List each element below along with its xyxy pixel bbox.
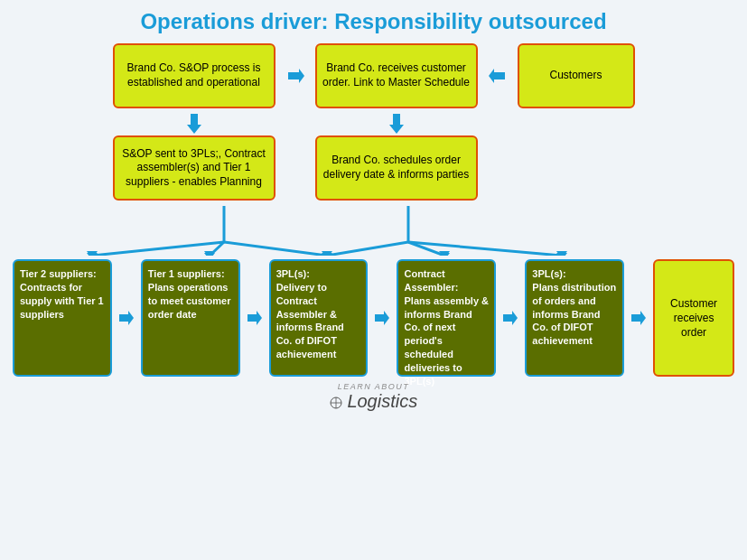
customer-receives-box: Customer receives order <box>653 259 734 377</box>
logo-logistics: Logistics <box>330 391 417 411</box>
page-title: Operations driver: Responsibility outsou… <box>13 9 734 34</box>
logo-icon <box>330 397 342 409</box>
logo-learn: LEARN ABOUT <box>13 382 734 391</box>
svg-marker-23 <box>247 311 262 325</box>
v-arrows-1 <box>13 114 734 134</box>
top-row: Brand Co. S&OP process is established an… <box>13 43 734 108</box>
svg-line-16 <box>327 242 408 256</box>
customers-text: Customers <box>549 69 602 83</box>
svg-marker-1 <box>489 69 505 83</box>
svg-line-14 <box>408 242 562 256</box>
v-arrow-receives <box>315 114 478 134</box>
tier2-box: Tier 2 suppliers:Contracts for supply wi… <box>13 259 112 377</box>
customer-receives-text: Customer receives order <box>660 296 727 341</box>
svg-line-5 <box>92 242 224 256</box>
fan-arrows <box>13 206 734 256</box>
tier2-label: Tier 2 suppliers: <box>20 268 97 279</box>
brand-schedules-text: Brand Co. schedules order delivery date … <box>322 154 471 182</box>
brand-schedules-box: Brand Co. schedules order delivery date … <box>315 135 478 201</box>
tier2-text: Tier 2 suppliers:Contracts for supply wi… <box>20 267 105 321</box>
3pl-distribution-box: 3PL(s):Plans distribution of orders and … <box>525 259 624 377</box>
bottom-row: Tier 2 suppliers:Contracts for supply wi… <box>13 259 734 377</box>
svg-marker-24 <box>375 311 389 325</box>
sop-3pl-box: S&OP sent to 3PLs;, Contract assembler(s… <box>113 135 275 201</box>
svg-line-9 <box>224 242 327 256</box>
3pl-delivery-text: 3PL(s):Delivery to Contract Assembler & … <box>276 267 361 361</box>
contract-assembler-text: Contract Assembler:Plans assembly & info… <box>404 267 489 388</box>
top-h-arrow-2 <box>487 43 509 108</box>
h-arrow-3 <box>373 259 391 377</box>
svg-marker-22 <box>119 311 134 325</box>
3pl-distribution-label: 3PL(s): <box>532 268 565 279</box>
svg-marker-25 <box>503 311 518 325</box>
brand-sop-box: Brand Co. S&OP process is established an… <box>113 43 275 108</box>
sop-3pl-text: S&OP sent to 3PLs;, Contract assembler(s… <box>120 147 268 190</box>
logo-area: LEARN ABOUT Logistics <box>13 382 734 412</box>
brand-sop-text: Brand Co. S&OP process is established an… <box>120 61 268 89</box>
contract-assembler-box: Contract Assembler:Plans assembly & info… <box>397 259 496 377</box>
contract-assembler-label: Contract Assembler: <box>404 268 458 293</box>
svg-marker-3 <box>389 114 404 134</box>
brand-receives-text: Brand Co. receives customer order. Link … <box>322 61 471 89</box>
3pl-distribution-text: 3PL(s):Plans distribution of orders and … <box>532 267 617 348</box>
tier1-text: Tier 1 suppliers:Plans operations to mee… <box>148 267 233 321</box>
tier1-label: Tier 1 suppliers: <box>148 268 225 279</box>
fan-arrows-svg <box>13 206 747 256</box>
h-arrow-1 <box>117 259 135 377</box>
3pl-delivery-box: 3PL(s):Delivery to Contract Assembler & … <box>269 259 369 377</box>
brand-receives-box: Brand Co. receives customer order. Link … <box>315 43 478 108</box>
h-arrow-2 <box>246 259 264 377</box>
svg-marker-2 <box>187 114 201 134</box>
main-container: Operations driver: Responsibility outsou… <box>0 0 747 560</box>
h-arrow-4 <box>501 259 519 377</box>
tier1-box: Tier 1 suppliers:Plans operations to mee… <box>141 259 240 377</box>
h-arrow-5 <box>630 259 648 377</box>
mid-row: S&OP sent to 3PLs;, Contract assembler(s… <box>13 135 734 201</box>
top-h-arrow-1 <box>285 43 306 108</box>
diagram: Brand Co. S&OP process is established an… <box>13 43 734 412</box>
svg-marker-0 <box>288 69 304 83</box>
v-arrow-sop <box>113 114 275 134</box>
3pl-delivery-label: 3PL(s): <box>276 268 310 279</box>
svg-marker-26 <box>631 311 646 325</box>
customers-box: Customers <box>518 43 635 108</box>
